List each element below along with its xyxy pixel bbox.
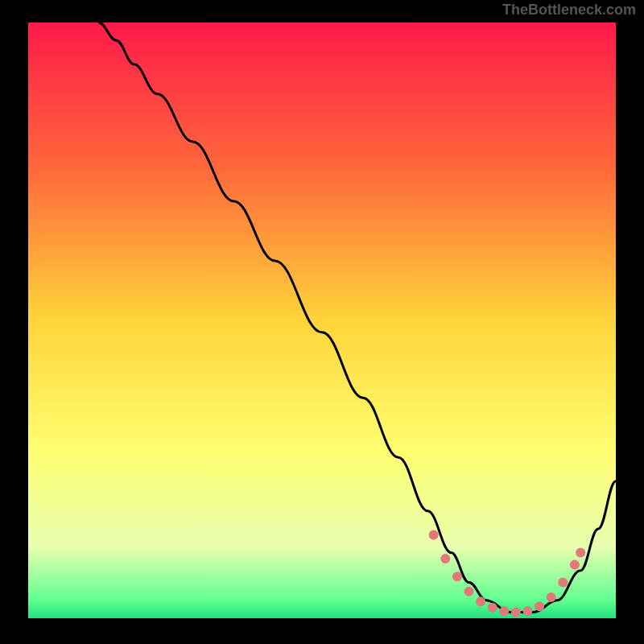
marker-dot (499, 606, 509, 616)
gradient-background (28, 23, 616, 618)
marker-dot (523, 606, 533, 616)
marker-dot (440, 554, 450, 564)
marker-dot (535, 601, 544, 611)
marker-dot (476, 597, 485, 606)
marker-dot (488, 603, 497, 613)
chart-container: TheBottleneck.com (0, 0, 644, 644)
watermark-text: TheBottleneck.com (502, 2, 636, 19)
marker-dot (464, 587, 474, 597)
marker-dot (511, 608, 521, 617)
marker-dot (547, 592, 556, 602)
chart-svg (28, 23, 616, 618)
marker-dot (576, 548, 585, 558)
marker-dot (429, 530, 439, 539)
marker-dot (570, 559, 580, 569)
plot-area (28, 23, 616, 618)
marker-dot (558, 578, 568, 588)
marker-dot (452, 572, 462, 581)
